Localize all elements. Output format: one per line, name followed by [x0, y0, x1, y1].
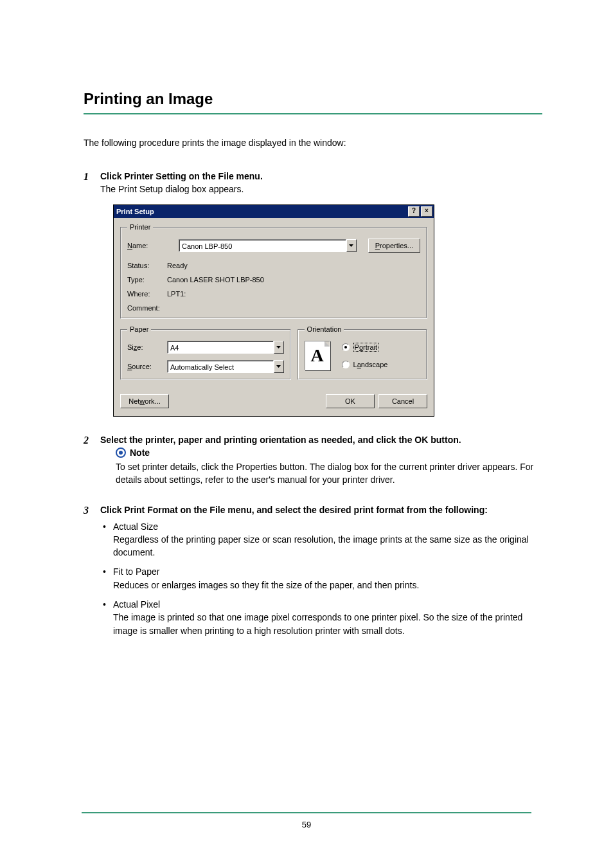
format-desc: Regardless of the printing paper size or… — [113, 533, 542, 559]
note-heading-text: Note — [130, 448, 150, 458]
orientation-group: Orientation A Portrait — [298, 325, 427, 380]
status-value: Ready — [167, 262, 420, 269]
printer-name-value: Canon LBP-850 — [179, 239, 346, 252]
section-rule — [84, 113, 542, 114]
step-1-title: Click Printer Setting on the File menu. — [100, 171, 542, 181]
printer-where-row: Where: LPT1: — [127, 290, 420, 298]
printer-group: Printer Name: Canon LBP-850 Properties..… — [120, 223, 427, 319]
titlebar-buttons: ? × — [407, 206, 432, 217]
format-actual-size: Actual Size Regardless of the printing p… — [103, 520, 542, 559]
svg-marker-1 — [276, 346, 281, 348]
paper-size-combo[interactable]: A4 — [167, 341, 284, 354]
intro-text: The following procedure prints the image… — [84, 138, 542, 148]
printer-name-label: Name: — [127, 242, 167, 249]
format-fit-to-paper: Fit to Paper Reduces or enlarges images … — [103, 565, 542, 592]
paper-group: Paper Size: A4 — [120, 325, 291, 380]
network-button[interactable]: Network... — [120, 394, 169, 408]
type-value: Canon LASER SHOT LBP-850 — [167, 276, 420, 284]
lower-groups: Paper Size: A4 — [120, 325, 427, 386]
dialog-title: Print Setup — [116, 208, 154, 215]
printer-type-row: Type: Canon LASER SHOT LBP-850 — [127, 276, 420, 284]
format-desc: The image is printed so that one image p… — [113, 611, 542, 637]
step-2: Select the printer, paper and printing o… — [84, 435, 542, 487]
comment-label: Comment: — [127, 304, 160, 312]
cancel-button[interactable]: Cancel — [378, 394, 427, 408]
svg-marker-0 — [349, 244, 353, 247]
printer-name-row: Name: Canon LBP-850 Properties... — [127, 239, 420, 253]
printer-status-row: Status: Ready — [127, 262, 420, 269]
format-desc: Reduces or enlarges images so they fit t… — [113, 579, 542, 592]
format-name: Fit to Paper — [113, 565, 542, 578]
page-title: Printing an Image — [84, 90, 542, 108]
paper-size-value: A4 — [167, 341, 274, 354]
properties-button[interactable]: Properties... — [368, 239, 420, 253]
printer-comment-row: Comment: — [127, 304, 420, 312]
dropdown-arrow-icon[interactable] — [274, 341, 284, 354]
portrait-radio[interactable]: Portrait — [342, 343, 388, 352]
paper-source-label: Source: — [127, 363, 167, 370]
print-setup-dialog: Print Setup ? × Printer Name: Canon LBP-… — [113, 204, 434, 417]
orientation-legend: Orientation — [305, 325, 344, 333]
status-label: Status: — [127, 262, 167, 269]
help-button[interactable]: ? — [408, 206, 420, 217]
dialog-titlebar[interactable]: Print Setup ? × — [114, 205, 434, 218]
paper-size-label: Size: — [127, 343, 167, 351]
paper-size-row: Size: A4 — [127, 341, 284, 354]
page-number: 59 — [0, 820, 613, 829]
steps-list: Click Printer Setting on the File menu. … — [84, 171, 542, 637]
radio-icon — [342, 343, 350, 351]
note-icon — [116, 448, 126, 458]
step-1: Click Printer Setting on the File menu. … — [84, 171, 542, 417]
step-3: Click Print Format on the File menu, and… — [84, 505, 542, 637]
where-label: Where: — [127, 290, 167, 298]
printer-name-combo[interactable]: Canon LBP-850 — [179, 239, 357, 252]
landscape-label: Landscape — [353, 361, 388, 368]
paper-source-combo[interactable]: Automatically Select — [167, 360, 284, 373]
type-label: Type: — [127, 276, 167, 284]
dialog-footer: Network... OK Cancel — [120, 394, 427, 408]
format-name: Actual Size — [113, 520, 542, 533]
close-button[interactable]: × — [421, 206, 432, 217]
dropdown-arrow-icon[interactable] — [346, 239, 357, 252]
step-2-title: Select the printer, paper and printing o… — [100, 435, 542, 445]
paper-legend: Paper — [127, 325, 151, 333]
print-formats-list: Actual Size Regardless of the printing p… — [103, 520, 542, 637]
page: Printing an Image The following procedur… — [0, 0, 613, 868]
format-actual-pixel: Actual Pixel The image is printed so tha… — [103, 598, 542, 637]
orientation-row: A Portrait Landscape — [305, 341, 420, 370]
dialog-body: Printer Name: Canon LBP-850 Properties..… — [114, 218, 434, 416]
printer-legend: Printer — [127, 223, 153, 231]
where-value: LPT1: — [167, 290, 420, 298]
svg-marker-2 — [276, 365, 281, 368]
page-footer: 59 — [0, 812, 613, 829]
step-3-title: Click Print Format on the File menu, and… — [100, 505, 542, 515]
dropdown-arrow-icon[interactable] — [274, 360, 284, 373]
portrait-label: Portrait — [353, 343, 378, 352]
paper-source-value: Automatically Select — [167, 360, 274, 373]
note-body: To set printer details, click the Proper… — [116, 460, 542, 487]
orientation-radios: Portrait Landscape — [342, 343, 388, 368]
step-1-body: The Print Setup dialog box appears. — [100, 184, 542, 194]
orientation-preview-icon: A — [305, 341, 330, 370]
format-name: Actual Pixel — [113, 598, 542, 611]
note-heading: Note — [116, 448, 542, 458]
note-block: Note To set printer details, click the P… — [116, 448, 542, 487]
radio-icon — [342, 361, 350, 368]
paper-source-row: Source: Automatically Select — [127, 360, 284, 373]
footer-rule — [82, 812, 531, 813]
ok-button[interactable]: OK — [326, 394, 375, 408]
landscape-radio[interactable]: Landscape — [342, 361, 388, 368]
